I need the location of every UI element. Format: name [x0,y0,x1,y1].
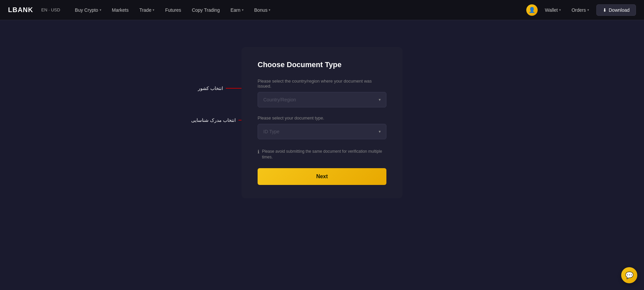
chevron-down-icon: ▾ [559,8,561,12]
chevron-down-icon: ▾ [242,8,244,12]
country-group: Please select the country/region where y… [258,79,386,107]
download-icon: ⬇ [603,7,607,13]
nav-menu: Buy Crypto ▾ Markets Trade ▾ Futures Cop… [71,5,526,15]
nav-item-buy-crypto[interactable]: Buy Crypto ▾ [71,5,105,15]
chevron-down-icon: ▾ [379,97,381,102]
nav-item-earn[interactable]: Earn ▾ [226,5,248,15]
country-select[interactable]: Country/Region ▾ [258,92,386,107]
doctype-select[interactable]: ID Type ▾ [258,124,386,139]
navbar-right: 👤 Wallet ▾ Orders ▾ ⬇ Download [526,4,636,16]
language-selector[interactable]: EN · USD [41,7,60,12]
nav-item-trade[interactable]: Trade ▾ [135,5,158,15]
nav-item-bonus[interactable]: Bonus ▾ [250,5,275,15]
user-icon: 👤 [529,7,535,13]
doctype-label: Please select your document type. [258,115,386,120]
form-title: Choose Document Type [258,60,386,69]
download-button[interactable]: ⬇ Download [596,4,636,16]
orders-button[interactable]: Orders ▾ [568,5,592,15]
info-text: Please avoid submitting the same documen… [262,149,386,160]
avatar[interactable]: 👤 [526,4,538,16]
main-content: انتخاب کشور انتخاب مدرک شناسایی Choose D… [0,20,644,290]
logo[interactable]: LBANK [8,6,33,14]
chat-icon: 💬 [625,271,634,279]
chevron-down-icon: ▾ [587,8,589,12]
nav-item-futures[interactable]: Futures [161,5,185,15]
nav-item-markets[interactable]: Markets [108,5,133,15]
document-type-form: Choose Document Type Please select the c… [241,47,402,198]
wallet-button[interactable]: Wallet ▾ [542,5,564,15]
chevron-down-icon: ▾ [379,129,381,134]
chevron-down-icon: ▾ [153,8,154,12]
doctype-group: Please select your document type. ID Typ… [258,115,386,139]
nav-item-copy-trading[interactable]: Copy Trading [188,5,224,15]
chevron-down-icon: ▾ [100,8,101,12]
doctype-placeholder: ID Type [263,129,279,134]
navbar: LBANK EN · USD Buy Crypto ▾ Markets Trad… [0,0,644,20]
country-placeholder: Country/Region [263,97,296,102]
country-label: Please select the country/region where y… [258,79,386,89]
chat-widget[interactable]: 💬 [621,267,637,283]
next-button[interactable]: Next [258,168,386,185]
info-notice: ℹ Please avoid submitting the same docum… [258,147,386,161]
chevron-down-icon: ▾ [269,8,270,12]
info-icon: ℹ [258,149,259,154]
